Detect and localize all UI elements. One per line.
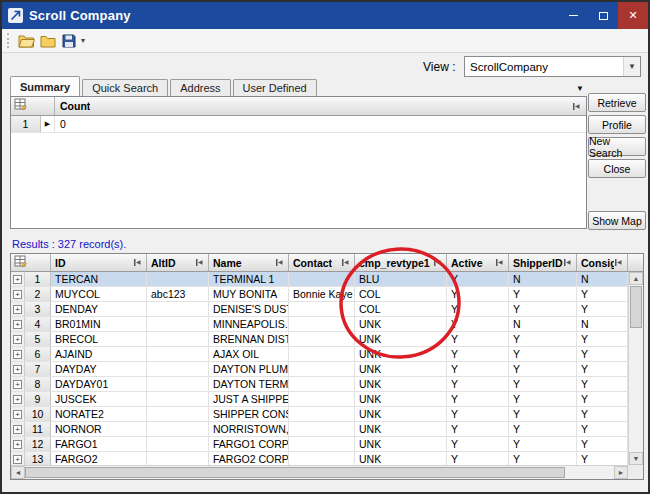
cell[interactable]: Y <box>577 362 628 376</box>
tab-user-defined[interactable]: User Defined <box>233 79 317 96</box>
row-number[interactable]: 8 <box>25 377 51 391</box>
cell[interactable] <box>147 407 209 421</box>
cell[interactable]: Y <box>509 302 577 316</box>
horizontal-scrollbar[interactable]: ◄ ► <box>11 465 628 479</box>
row-number[interactable]: 12 <box>25 437 51 451</box>
cell[interactable]: Y <box>447 377 509 391</box>
cell[interactable]: Y <box>509 347 577 361</box>
cell[interactable]: Y <box>447 287 509 301</box>
expand-plus-icon[interactable]: + <box>13 365 22 374</box>
cell[interactable]: Y <box>509 422 577 436</box>
cell[interactable]: MINNEAPOLIS... <box>209 317 289 331</box>
minimize-button[interactable] <box>558 2 588 29</box>
cell[interactable]: DENDAY <box>51 302 147 316</box>
cell[interactable]: N <box>509 272 577 286</box>
row-expand-cell[interactable]: + <box>11 347 25 361</box>
row-expand-cell[interactable]: + <box>11 362 25 376</box>
cell[interactable]: N <box>577 317 628 331</box>
cell[interactable] <box>147 347 209 361</box>
cell[interactable]: Y <box>509 332 577 346</box>
cell[interactable]: Y <box>577 332 628 346</box>
cell[interactable] <box>289 407 355 421</box>
table-row[interactable]: +3DENDAYDENISE'S DUST...COLYYY <box>11 302 628 317</box>
cell[interactable]: Y <box>577 407 628 421</box>
cell[interactable]: Y <box>509 407 577 421</box>
new-search-button[interactable]: New Search <box>588 137 646 156</box>
table-row[interactable]: +2MUYCOLabc123MUY BONITABonnie KayeCOLYY… <box>11 287 628 302</box>
cell[interactable]: DAYTON TERMI... <box>209 377 289 391</box>
cell[interactable]: Y <box>447 407 509 421</box>
column-pin-icon[interactable] <box>195 258 204 267</box>
expand-plus-icon[interactable]: + <box>13 335 22 344</box>
cell[interactable]: Y <box>509 437 577 451</box>
column-pin-icon[interactable] <box>495 258 504 267</box>
table-row[interactable]: +1TERCANTERMINAL 1BLUYNN <box>11 272 628 287</box>
cell[interactable]: Y <box>447 392 509 406</box>
column-header-active[interactable]: Active <box>447 254 509 271</box>
table-row[interactable]: +11NORNORNORRISTOWN,...UNKYYY <box>11 422 628 437</box>
row-number[interactable]: 9 <box>25 392 51 406</box>
cell[interactable]: UNK <box>355 407 447 421</box>
column-pin-icon[interactable] <box>341 258 350 267</box>
cell[interactable] <box>147 377 209 391</box>
cell[interactable]: NORNOR <box>51 422 147 436</box>
tab-address[interactable]: Address <box>170 79 230 96</box>
table-row[interactable]: +10NORATE2SHIPPER CONSI...UNKYYY <box>11 407 628 422</box>
cell[interactable] <box>289 377 355 391</box>
row-number[interactable]: 3 <box>25 302 51 316</box>
cell[interactable]: Y <box>577 422 628 436</box>
cell[interactable]: UNK <box>355 422 447 436</box>
vertical-scrollbar[interactable]: ▲ ▼ <box>628 272 643 465</box>
row-number[interactable]: 7 <box>25 362 51 376</box>
cell[interactable]: Y <box>447 347 509 361</box>
grid-corner-cell[interactable] <box>11 97 55 115</box>
expand-plus-icon[interactable]: + <box>13 305 22 314</box>
cell[interactable]: AJAX OIL <box>209 347 289 361</box>
tab-quick-search[interactable]: Quick Search <box>82 79 168 96</box>
cell[interactable]: Y <box>577 452 628 465</box>
cell[interactable]: Y <box>447 437 509 451</box>
column-pin-icon[interactable] <box>133 258 142 267</box>
cell[interactable]: BR01MIN <box>51 317 147 331</box>
expand-plus-icon[interactable]: + <box>13 380 22 389</box>
expand-plus-icon[interactable]: + <box>13 395 22 404</box>
cell[interactable]: BRENNAN DIST... <box>209 332 289 346</box>
cell[interactable]: MUYCOL <box>51 287 147 301</box>
table-row[interactable]: +5BRECOLBRENNAN DIST...UNKYYY <box>11 332 628 347</box>
cell[interactable] <box>147 272 209 286</box>
profile-button[interactable]: Profile <box>588 115 646 134</box>
cell[interactable] <box>289 452 355 465</box>
row-number[interactable]: 11 <box>25 422 51 436</box>
column-pin-icon[interactable] <box>563 258 572 267</box>
cell[interactable]: TERCAN <box>51 272 147 286</box>
cell[interactable]: COL <box>355 302 447 316</box>
cell[interactable]: BLU <box>355 272 447 286</box>
cell[interactable]: Y <box>447 317 509 331</box>
cell[interactable]: UNK <box>355 452 447 465</box>
table-row[interactable]: +6AJAINDAJAX OILUNKYYY <box>11 347 628 362</box>
expand-plus-icon[interactable]: + <box>13 410 22 419</box>
close-search-button[interactable]: Close <box>588 159 646 178</box>
column-header-cmp_revtype1[interactable]: cmp_revtype1 <box>355 254 447 271</box>
close-button[interactable]: ✕ <box>618 2 648 29</box>
table-row[interactable]: +13FARGO2FARGO2 CORPUNKYYY <box>11 452 628 465</box>
cell[interactable]: Y <box>447 332 509 346</box>
cell[interactable]: Y <box>577 347 628 361</box>
cell[interactable]: TERMINAL 1 <box>209 272 289 286</box>
cell[interactable] <box>289 302 355 316</box>
open-folder-icon[interactable] <box>16 31 37 51</box>
expand-plus-icon[interactable]: + <box>13 455 22 464</box>
row-number[interactable]: 6 <box>25 347 51 361</box>
expand-plus-icon[interactable]: + <box>13 440 22 449</box>
table-row[interactable]: +7DAYDAYDAYTON PLUM...UNKYYY <box>11 362 628 377</box>
cell[interactable]: Y <box>447 272 509 286</box>
cell[interactable] <box>289 422 355 436</box>
scroll-right-button[interactable]: ► <box>614 466 628 479</box>
cell[interactable]: DENISE'S DUST... <box>209 302 289 316</box>
view-combobox[interactable]: ScrollCompany ▼ <box>464 56 641 77</box>
save-icon[interactable] <box>58 31 79 51</box>
row-expand-cell[interactable]: + <box>11 422 25 436</box>
row-number[interactable]: 10 <box>25 407 51 421</box>
maximize-button[interactable] <box>588 2 618 29</box>
cell[interactable]: Y <box>577 437 628 451</box>
